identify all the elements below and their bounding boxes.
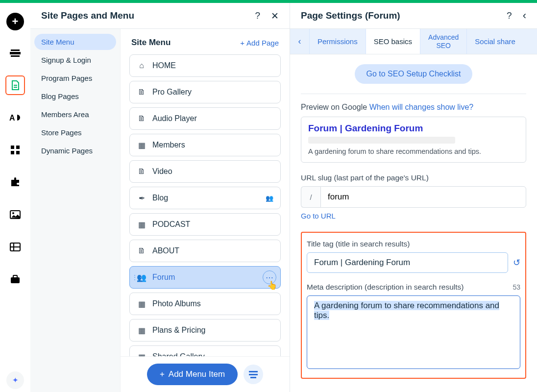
data-icon[interactable] xyxy=(5,237,25,257)
help-button[interactable]: ? xyxy=(255,10,260,21)
svg-rect-19 xyxy=(250,377,256,378)
page-item-about[interactable]: 🗎ABOUT xyxy=(129,240,281,262)
google-preview-label: Preview on Google When will changes show… xyxy=(301,103,526,112)
svg-rect-7 xyxy=(16,146,20,149)
apps-icon[interactable] xyxy=(5,140,25,160)
page-item-forum[interactable]: ⋮⋮ 👥 Forum ⋯ 👆 xyxy=(129,266,281,289)
svg-rect-9 xyxy=(16,151,20,154)
svg-rect-8 xyxy=(11,151,14,154)
category-store-pages[interactable]: Store Pages xyxy=(34,124,116,141)
grid-icon: ▦ xyxy=(137,299,146,309)
svg-text:A: A xyxy=(9,114,15,122)
page-more-button[interactable]: ⋯ xyxy=(263,270,276,284)
page-settings-panel: Page Settings (Forum) ? ‹ ‹ Permissions … xyxy=(290,3,537,392)
page-label: HOME xyxy=(152,61,176,70)
page-label: Shared Gallery xyxy=(152,352,205,356)
page-label: ABOUT xyxy=(152,246,179,255)
page-item-video[interactable]: 🗎Video xyxy=(129,160,281,183)
page-label: Audio Player xyxy=(152,114,197,123)
page-item-home[interactable]: ⌂HOME xyxy=(129,54,281,77)
addons-icon[interactable] xyxy=(5,172,25,192)
grid-icon: ▦ xyxy=(137,220,146,229)
add-button[interactable]: + xyxy=(6,13,24,30)
category-signup-login[interactable]: Signup & Login xyxy=(34,52,116,68)
tab-social-share[interactable]: Social share xyxy=(467,29,523,54)
design-icon[interactable]: A xyxy=(5,108,25,127)
page-label: Video xyxy=(152,167,172,176)
help-button[interactable]: ? xyxy=(507,10,512,21)
meta-description-input[interactable]: A gardening forum to share recommendatio… xyxy=(307,295,520,369)
page-label: Blog xyxy=(152,194,168,202)
page-item-members[interactable]: ▦Members xyxy=(129,134,281,156)
grid-icon: ▦ xyxy=(137,326,146,335)
pages-list: ⌂HOME 🗎Pro Gallery 🗎Audio Player ▦Member… xyxy=(121,50,290,356)
tab-advanced-seo[interactable]: Advanced SEO xyxy=(420,29,467,54)
settings-tabs: ‹ Permissions SEO basics Advanced SEO So… xyxy=(290,29,537,54)
page-label: Pro Gallery xyxy=(152,88,192,97)
doc-icon: 🗎 xyxy=(137,88,146,97)
svg-rect-2 xyxy=(11,55,20,57)
group-indicator-icon: 👥 xyxy=(266,195,273,202)
doc-icon: 🗎 xyxy=(137,114,146,123)
site-pages-title: Site Pages and Menu xyxy=(41,10,134,21)
category-dynamic-pages[interactable]: Dynamic Pages xyxy=(34,143,116,159)
svg-rect-18 xyxy=(249,374,258,375)
svg-rect-6 xyxy=(11,146,14,149)
page-settings-title: Page Settings (Forum) xyxy=(301,10,400,21)
page-label: Forum xyxy=(152,273,175,282)
business-icon[interactable] xyxy=(5,270,25,289)
drag-handle-icon[interactable]: ⋮⋮ xyxy=(132,274,144,281)
reset-title-tag-icon[interactable]: ↺ xyxy=(513,257,520,268)
tab-seo-basics[interactable]: SEO basics xyxy=(366,29,420,54)
page-categories-list: Site Menu Signup & Login Program Pages B… xyxy=(30,29,121,392)
svg-rect-1 xyxy=(10,52,21,54)
svg-point-11 xyxy=(12,212,14,214)
page-item-audio-player[interactable]: 🗎Audio Player xyxy=(129,107,281,130)
svg-rect-16 xyxy=(13,275,17,278)
grid-icon: ▦ xyxy=(137,141,146,150)
media-icon[interactable] xyxy=(5,205,25,224)
svg-rect-3 xyxy=(14,85,17,86)
page-label: Plans & Pricing xyxy=(152,326,206,335)
svg-rect-4 xyxy=(14,87,17,88)
google-preview-title: Forum | Gardening Forum xyxy=(308,123,519,134)
collapse-button[interactable]: ‹ xyxy=(523,9,526,22)
url-slug-prefix: / xyxy=(301,186,320,208)
add-menu-item-button[interactable]: + Add Menu Item xyxy=(147,364,238,385)
category-site-menu[interactable]: Site Menu xyxy=(34,34,116,50)
site-pages-header: Site Pages and Menu ? ✕ xyxy=(30,3,290,29)
title-tag-label: Title tag (title in search results) xyxy=(307,240,520,248)
section-icon[interactable] xyxy=(5,43,25,63)
url-slug-input[interactable] xyxy=(320,186,526,208)
meta-description-label: Meta description (description in search … xyxy=(307,283,520,292)
changes-live-link[interactable]: When will changes show live? xyxy=(369,103,474,111)
page-item-plans-pricing[interactable]: ▦Plans & Pricing xyxy=(129,319,281,342)
page-item-pro-gallery[interactable]: 🗎Pro Gallery xyxy=(129,81,281,103)
page-item-blog[interactable]: ✒Blog👥 xyxy=(129,187,281,209)
tabs-scroll-left[interactable]: ‹ xyxy=(290,29,310,54)
page-label: Photo Albums xyxy=(152,299,201,308)
left-toolbar: + A ✦ xyxy=(0,3,30,392)
seo-checklist-button[interactable]: Go to SEO Setup Checklist xyxy=(355,64,473,84)
ai-sparkle-icon[interactable]: ✦ xyxy=(6,371,24,389)
pages-icon[interactable] xyxy=(5,75,25,95)
meta-char-count: 53 xyxy=(513,283,520,291)
page-item-podcast[interactable]: ▦PODCAST xyxy=(129,213,281,236)
page-label: Members xyxy=(152,141,185,149)
title-tag-input[interactable] xyxy=(307,252,508,273)
page-item-shared-gallery[interactable]: ▦Shared Gallery xyxy=(129,345,281,356)
close-button[interactable]: ✕ xyxy=(271,10,279,22)
seo-highlight-region: Title tag (title in search results) ↺ Me… xyxy=(301,232,526,379)
category-blog-pages[interactable]: Blog Pages xyxy=(34,88,116,104)
site-pages-panel: Site Pages and Menu ? ✕ Site Menu Signup… xyxy=(30,3,290,392)
add-page-label: Add Page xyxy=(246,39,279,47)
menu-settings-button[interactable] xyxy=(244,365,263,384)
category-program-pages[interactable]: Program Pages xyxy=(34,70,116,86)
go-to-url-link[interactable]: Go to URL xyxy=(301,212,336,220)
google-preview-description: A gardening forum to share recommendatio… xyxy=(308,147,519,155)
doc-icon: 🗎 xyxy=(137,246,146,255)
page-item-photo-albums[interactable]: ▦Photo Albums xyxy=(129,293,281,315)
add-page-button[interactable]: + Add Page xyxy=(240,39,279,47)
tab-permissions[interactable]: Permissions xyxy=(310,29,366,54)
category-members-area[interactable]: Members Area xyxy=(34,106,116,122)
